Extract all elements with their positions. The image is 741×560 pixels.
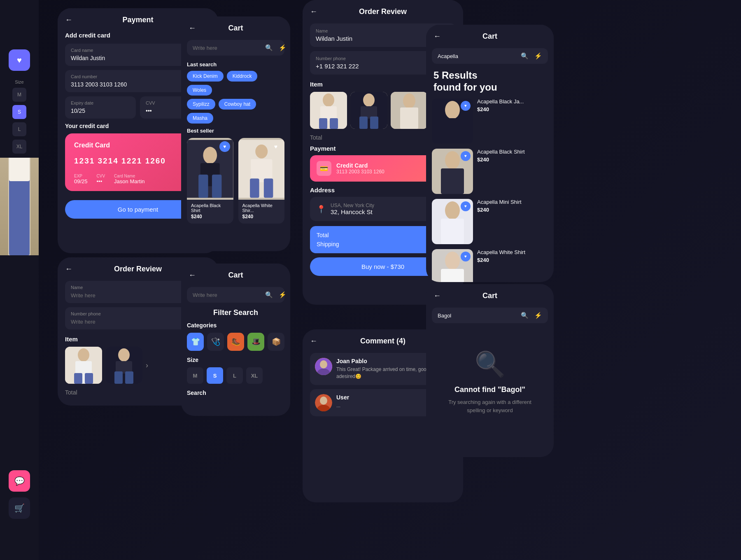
cart-bagol-search-input[interactable] [438, 313, 517, 319]
expiry-input[interactable] [71, 107, 130, 114]
svg-point-37 [445, 252, 460, 270]
cart-back-arrow[interactable]: ← [189, 24, 196, 33]
tags-row-2: Sypilizz Cowboy hat Masha [187, 99, 284, 124]
svg-rect-18 [330, 118, 338, 129]
svg-point-28 [445, 101, 460, 119]
category-pants[interactable]: 🩺 [207, 333, 224, 351]
svg-rect-26 [400, 107, 418, 129]
comment-back[interactable]: ← [310, 337, 317, 345]
svg-rect-42 [74, 373, 82, 384]
order-total-label-bottom: Total [65, 389, 77, 396]
cart-icon[interactable]: 🛒 [9, 497, 30, 519]
svg-rect-22 [359, 117, 368, 129]
result-2-info: Acapella Black Shirt $240 [477, 149, 525, 194]
result-4-heart[interactable]: ♥ [461, 252, 471, 261]
size-label-filter: Size [187, 357, 284, 363]
product-1-price: $240 [187, 214, 233, 224]
address-city: USA, New York City [331, 203, 433, 208]
filter-search-input[interactable] [193, 292, 262, 298]
result-4-info: Acapella White Shirt $240 [477, 249, 525, 282]
search-results-input[interactable] [438, 53, 517, 59]
last-search-label: Last search [187, 61, 284, 68]
payment-method-icon: 💳 [317, 161, 331, 176]
filter-cart-header: ← Cart [181, 264, 290, 287]
order-item-bottom-2 [105, 347, 142, 384]
tag-cowboy-hat[interactable]: Cowboy hat [219, 99, 256, 110]
result-2-heart[interactable]: ♥ [461, 151, 471, 161]
product-2-heart[interactable]: ♥ [270, 141, 281, 152]
svg-point-53 [320, 397, 327, 405]
comment-text-2: ... [336, 402, 349, 409]
cart-bagol-back[interactable]: ← [433, 292, 441, 300]
tag-sypilizz[interactable]: Sypilizz [187, 99, 215, 110]
categories-row: 👕 🩺 🥾 🎩 📦 [187, 333, 284, 351]
result-3-heart[interactable]: ♥ [461, 201, 471, 211]
filter-cart-back[interactable]: ← [189, 271, 196, 280]
filter-search-icon: 🔍 [265, 291, 273, 299]
cart-title: Cart [228, 24, 243, 33]
order-review-top-back[interactable]: ← [310, 7, 317, 16]
category-box[interactable]: 📦 [268, 333, 284, 351]
size-panel: Size M S L XL [0, 75, 39, 158]
order-review-top-header: ← Order Review [303, 0, 463, 23]
tag-woles[interactable]: Woles [187, 85, 212, 96]
filter-cart-title: Cart [228, 271, 243, 280]
category-hat[interactable]: 🎩 [247, 333, 264, 351]
comment-text-area-2: User ... [336, 394, 349, 411]
svg-point-34 [445, 201, 460, 219]
svg-point-45 [118, 348, 130, 362]
filter-size-m[interactable]: M [187, 367, 203, 384]
categories-label: Categories [187, 322, 284, 329]
filter-icon[interactable]: ⚡ [279, 44, 287, 51]
svg-point-15 [323, 93, 334, 107]
order-review-bottom-back[interactable]: ← [65, 265, 72, 273]
favorites-icon[interactable]: ♥ [9, 49, 30, 71]
tag-kiddrock[interactable]: Kiddrock [227, 71, 258, 82]
commenter-avatar-2 [315, 394, 332, 411]
filter-size-xl[interactable]: XL [246, 367, 263, 384]
size-s[interactable]: S [12, 105, 26, 119]
tag-kick-denim[interactable]: Kick Denim [187, 71, 224, 82]
cc-exp-label: EXP [74, 174, 88, 178]
product-card-2: ♥ Acapella White Shir... $240 [238, 138, 285, 224]
size-label: Size [15, 79, 23, 84]
cart-search-input[interactable] [193, 45, 262, 51]
messages-icon[interactable]: 💬 [9, 470, 30, 492]
cart-bagol-filter-icon[interactable]: ⚡ [534, 312, 542, 319]
filter-filter-icon[interactable]: ⚡ [279, 291, 287, 299]
search-results-filter-icon[interactable]: ⚡ [534, 52, 542, 60]
not-found-icon: 🔍 [440, 350, 540, 379]
size-xl[interactable]: XL [12, 140, 26, 154]
search-results-header: ← Cart [426, 25, 554, 48]
size-m[interactable]: M [12, 88, 26, 102]
order-item-2 [350, 92, 387, 129]
tag-masha[interactable]: Masha [187, 113, 213, 124]
cart-header: ← Cart [181, 16, 290, 40]
svg-rect-8 [212, 175, 221, 198]
svg-rect-17 [319, 118, 327, 129]
product-card-1: ♥ Acapella Black Shirt $240 [187, 138, 233, 224]
category-shirt[interactable]: 👕 [187, 333, 204, 351]
search-results-cart-title: Cart [482, 32, 497, 41]
search-results-content: 🔍 ⚡ 5 Results found for you ♥ Acapella B… [426, 48, 554, 282]
search-result-2: ♥ Acapella Black Shirt $240 [432, 149, 548, 194]
filter-size-l[interactable]: L [226, 367, 243, 384]
cc-cvv: CVV ••• [97, 174, 105, 184]
cart-bagol-content: 🔍 ⚡ 🔍 Cannot find "Bagol" Try searching … [426, 308, 554, 422]
result-1-heart[interactable]: ♥ [461, 101, 471, 111]
size-l[interactable]: L [12, 122, 26, 136]
tags-row: Kick Denim Kiddrock Woles [187, 71, 284, 96]
results-count: 5 Results found for you [433, 70, 546, 93]
cc-cvv-label: CVV [97, 174, 105, 178]
product-1-heart[interactable]: ♥ [219, 141, 230, 152]
payment-back-arrow[interactable]: ← [65, 16, 72, 24]
filter-size-s[interactable]: S [207, 367, 223, 384]
more-items-indicator: › [146, 347, 156, 384]
category-shoes[interactable]: 🥾 [227, 333, 244, 351]
result-4-price: $240 [477, 257, 525, 263]
svg-rect-38 [441, 269, 464, 282]
search-icon: 🔍 [265, 44, 273, 51]
product-2-price: $240 [238, 214, 285, 224]
search-results-back[interactable]: ← [433, 32, 441, 41]
search-result-3: ♥ Acapella Mini Shirt $240 [432, 199, 548, 244]
